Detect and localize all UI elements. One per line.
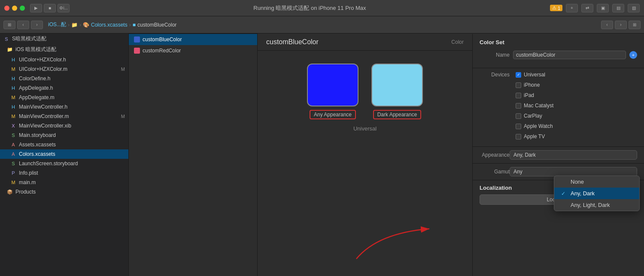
angle-right-btn[interactable]: › [615, 21, 627, 29]
sidebar-item-label: Assets.xcassets [19, 142, 56, 148]
breadcrumb-ios[interactable]: iOS...配 [48, 21, 66, 28]
iphone-checkbox[interactable] [516, 82, 521, 88]
device-apple-tv[interactable]: Apple TV [513, 133, 637, 140]
dropdown-any-dark[interactable]: ✓ Any, Dark [554, 188, 639, 199]
red-arrow [343, 224, 438, 263]
sidebar-item-label: LaunchScreen.storyboard [19, 161, 78, 167]
products-icon: 📦 [7, 189, 13, 195]
apple-tv-checkbox[interactable] [516, 134, 521, 140]
scheme-selector[interactable]: ⚙ i... [58, 4, 70, 12]
iphone-label: iPhone [524, 82, 540, 88]
grid-button[interactable]: ⊞ [3, 21, 15, 29]
sidebar-item-label: main.m [19, 179, 36, 185]
navigator-button[interactable]: ▤ [612, 4, 624, 12]
scheme-label: i... [63, 6, 68, 10]
sidebar-item-label: MainViewController.m [19, 113, 69, 119]
appearance-select-wrapper: Any, Dark [510, 150, 637, 160]
gamut-select[interactable]: Any [510, 167, 637, 176]
sidebar-item-label: UIColor+HZXColor.m [19, 66, 67, 72]
sidebar-item-appdelegate-m[interactable]: M AppDelegate.m [0, 93, 128, 102]
universal-checkbox[interactable] [516, 72, 521, 78]
arrow-area [258, 132, 472, 276]
run-button[interactable]: ▶ [30, 4, 42, 12]
sidebar-item-products[interactable]: 📦 Products [0, 187, 128, 197]
warning-count: 1 [558, 6, 560, 11]
sidebar-item-uicolor-m[interactable]: M UIColor+HZXColor.m M [0, 64, 128, 74]
ipad-checkbox[interactable] [516, 93, 521, 98]
breadcrumb-color[interactable]: customBlueColor [137, 22, 176, 28]
name-input[interactable] [513, 51, 626, 59]
sidebar-item-label: UIColor+HZXColor.h [19, 57, 66, 63]
mac-catalyst-checkbox[interactable] [516, 103, 521, 109]
appearance-select[interactable]: Any, Dark [510, 150, 637, 160]
stop-button[interactable]: ■ [44, 4, 56, 12]
sidebar-item-main-storyboard[interactable]: S Main.storyboard [0, 130, 128, 140]
device-mac-catalyst[interactable]: Mac Catalyst [513, 103, 637, 109]
color-item-red[interactable]: customRedColor [129, 45, 257, 56]
h-file-icon-3: H [10, 85, 16, 91]
m-file-icon-3: M [10, 113, 16, 119]
universal-label: Universal [524, 72, 545, 78]
appearance-label: Appearance [480, 152, 510, 158]
add-button[interactable]: + [566, 4, 578, 12]
sidebar-item-main-m[interactable]: M main.m [0, 178, 128, 187]
devices-label: Devices [480, 72, 510, 78]
nav-back-button[interactable]: ‹ [17, 21, 29, 29]
sidebar-item-ios-folder[interactable]: 📁 iOS 暗黑模式适配 [0, 44, 128, 55]
devices-section: Devices Universal iPhone [473, 68, 644, 147]
carplay-checkbox[interactable] [516, 113, 521, 119]
color-detail-panel: customBlueColor Color Any Appearance Dar… [258, 34, 472, 276]
breadcrumb-color-icon: ■ [133, 22, 136, 28]
inspector-toggle[interactable]: ⊞ [629, 21, 641, 29]
sidebar-item-mainvc-h[interactable]: H MainViewController.h [0, 102, 128, 112]
editor-button[interactable]: ▣ [597, 4, 609, 12]
m-file-icon-4: M [10, 179, 16, 185]
sidebar-item-uicolor-h[interactable]: H UIColor+HZXColor.h [0, 55, 128, 64]
angle-left-btn[interactable]: ‹ [601, 21, 613, 29]
xib-file-icon: X [10, 123, 16, 129]
device-universal[interactable]: Universal [513, 72, 637, 78]
sidebar-item-launchscreen[interactable]: S LaunchScreen.storyboard [0, 159, 128, 168]
m-badge: M [121, 67, 125, 72]
sidebar-item-appdelegate-h[interactable]: H AppDelegate.h [0, 83, 128, 93]
sidebar-item-label: Products [15, 189, 36, 195]
name-label: Name [480, 52, 510, 58]
apple-watch-checkbox[interactable] [516, 124, 521, 129]
close-button[interactable] [4, 6, 9, 11]
breadcrumb-folder-icon: 📁 [71, 22, 78, 28]
devices-list: Universal iPhone iPad [513, 72, 637, 142]
sidebar-item-project[interactable]: S S暗黑模式适配 [0, 33, 128, 44]
dropdown-any-dark-label: Any, Dark [571, 190, 595, 197]
zoom-button[interactable] [20, 6, 25, 11]
universal-label: Universal [258, 125, 472, 132]
dark-appearance-swatch[interactable] [371, 64, 423, 106]
sidebar-item-colors[interactable]: A Colors.xcassets [0, 149, 128, 159]
color-item-blue[interactable]: customBlueColor [129, 34, 257, 45]
toolbar: ⊞ ‹ › iOS...配 › 📁 › 🎨 Colors.xcassets › … [0, 16, 644, 33]
any-appearance-swatch[interactable] [307, 64, 358, 106]
sidebar-item-infoplist[interactable]: P Info.plist [0, 168, 128, 178]
device-ipad[interactable]: iPad [513, 92, 637, 98]
breadcrumb-xcassets[interactable]: Colors.xcassets [91, 22, 128, 28]
minimize-button[interactable] [12, 6, 17, 11]
dropdown-any-light-dark[interactable]: Any, Light, Dark [554, 199, 639, 211]
inspectors-button[interactable]: ▧ [628, 4, 640, 12]
split-view-button[interactable]: ⇄ [581, 4, 593, 12]
color-swatch-red [134, 48, 140, 54]
device-carplay[interactable]: CarPlay [513, 113, 637, 119]
sidebar-item-mainvc-xib[interactable]: X MainViewController.xib [0, 121, 128, 130]
device-apple-watch[interactable]: Apple Watch [513, 123, 637, 129]
nav-forward-button[interactable]: › [31, 21, 43, 29]
dropdown-none[interactable]: None [554, 176, 639, 188]
sidebar-item-label: iOS 暗黑模式适配 [15, 46, 56, 53]
any-appearance-label: Any Appearance [310, 110, 356, 119]
sidebar-item-mainvc-m[interactable]: M MainViewController.m M [0, 112, 128, 121]
breadcrumb-sep-3: › [129, 22, 131, 28]
device-iphone[interactable]: iPhone [513, 82, 637, 88]
traffic-lights [4, 6, 25, 11]
sidebar-item-colordefine[interactable]: H ColorDefine.h [0, 74, 128, 83]
scheme-icon: ⚙ [59, 6, 63, 10]
sidebar-item-assets[interactable]: A Assets.xcassets [0, 140, 128, 149]
name-info-btn[interactable]: + [629, 51, 637, 59]
warning-badge[interactable]: ⚠ 1 [550, 5, 562, 11]
